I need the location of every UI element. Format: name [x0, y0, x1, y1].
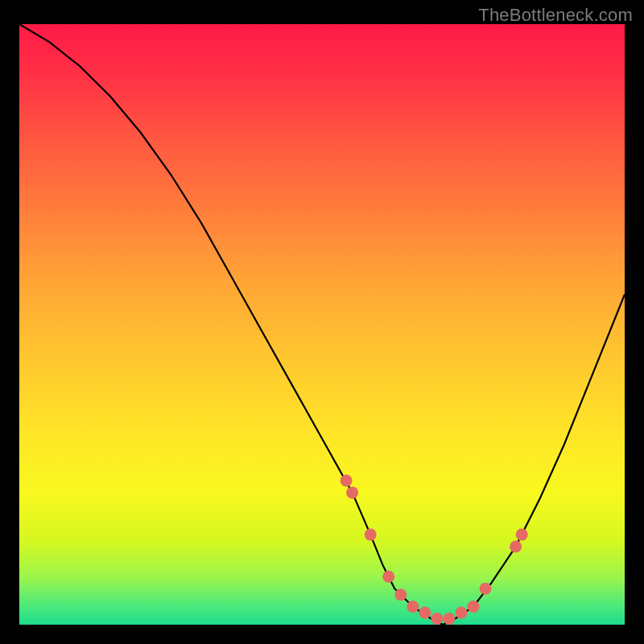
marker-point — [346, 486, 358, 498]
marker-point — [431, 613, 443, 625]
marker-group — [341, 475, 528, 625]
marker-point — [419, 607, 431, 619]
marker-point — [468, 601, 480, 613]
marker-point — [456, 607, 468, 619]
curve-svg — [19, 24, 625, 625]
marker-point — [510, 541, 522, 553]
marker-point — [341, 475, 353, 487]
marker-point — [382, 571, 394, 583]
marker-point — [407, 601, 419, 613]
marker-point — [365, 529, 377, 541]
watermark-text: TheBottleneck.com — [478, 5, 633, 26]
marker-point — [480, 583, 492, 595]
plot-area — [19, 24, 625, 625]
marker-point — [394, 588, 407, 601]
marker-point — [516, 529, 528, 541]
chart-frame: TheBottleneck.com — [0, 0, 644, 644]
marker-point — [443, 613, 455, 625]
bottleneck-curve — [19, 24, 625, 625]
